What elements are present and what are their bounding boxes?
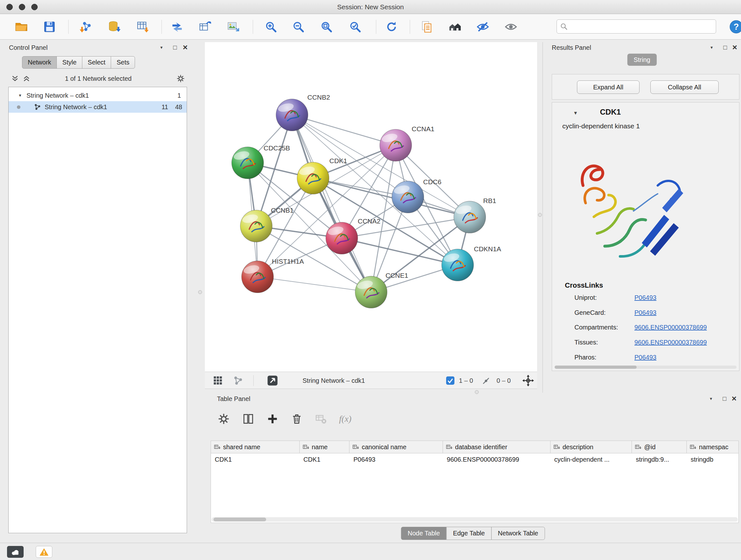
column-header[interactable]: description	[550, 441, 632, 453]
crosslink-genecard-link[interactable]: P06493	[634, 309, 657, 316]
first-neighbors-button[interactable]	[169, 18, 186, 36]
import-network-from-file-button[interactable]	[77, 18, 94, 36]
results-scrollbar[interactable]	[555, 366, 737, 369]
save-session-button[interactable]	[41, 18, 58, 36]
tab-style[interactable]: Style	[57, 56, 82, 69]
right-splitter-handle[interactable]	[538, 213, 542, 217]
panel-close-icon[interactable]: ×	[183, 44, 188, 51]
network-node-CCNA2[interactable]	[326, 222, 358, 254]
expand-all-icon[interactable]	[22, 74, 30, 83]
delete-column-button[interactable]	[289, 411, 305, 427]
crosslink-tissues-link[interactable]: 9606.ENSP00000378699	[634, 339, 707, 346]
zoom-selected-button[interactable]	[347, 18, 364, 36]
column-header[interactable]: database identifier	[443, 441, 550, 453]
network-node-CCNB2[interactable]	[276, 99, 308, 131]
column-header[interactable]: canonical name	[349, 441, 443, 453]
show-columns-button[interactable]	[241, 411, 256, 427]
hidden-counter: 0 – 0	[496, 372, 511, 389]
network-node-CCNB1[interactable]	[240, 210, 272, 242]
search-input[interactable]	[570, 23, 713, 30]
panel-close-icon[interactable]: ×	[732, 395, 737, 401]
add-column-button[interactable]	[265, 411, 280, 427]
network-node-HIST1H1A[interactable]	[242, 261, 273, 293]
warnings-button[interactable]	[36, 546, 52, 558]
crosslink-compartments-link[interactable]: 9606.ENSP00000378699	[634, 324, 707, 331]
table-settings-button[interactable]	[216, 411, 231, 427]
houses-button[interactable]	[446, 18, 463, 36]
hide-selected-button[interactable]	[474, 18, 491, 36]
search-box[interactable]	[556, 19, 716, 34]
table-horizontal-scrollbar[interactable]	[212, 517, 738, 522]
network-node-CCNA1[interactable]	[380, 129, 412, 161]
node-label-CCNB2: CCNB2	[307, 94, 330, 101]
gear-icon[interactable]	[176, 74, 185, 83]
crosslink-uniprot-link[interactable]: P06493	[634, 294, 657, 301]
table-row[interactable]: CDK1 CDK1 P06493 9606.ENSP00000378699 cy…	[211, 453, 738, 465]
panel-menu-icon[interactable]: ▼	[159, 45, 163, 50]
tab-node-table[interactable]: Node Table	[401, 527, 447, 540]
refresh-button[interactable]	[383, 18, 400, 36]
sort-column-icon	[214, 444, 220, 450]
tab-string[interactable]: String	[627, 54, 657, 66]
open-session-button[interactable]	[13, 18, 30, 36]
tab-edge-table[interactable]: Edge Table	[446, 527, 491, 540]
network-canvas[interactable]: CCNB2CCNA1CDC25BCDK1CDC6RB1CCNB1CCNA2CDK…	[205, 42, 537, 372]
hidden-eye-slash-icon	[481, 376, 491, 386]
network-edge	[292, 115, 396, 145]
network-node-CDC6[interactable]	[392, 181, 424, 213]
column-header[interactable]: namespac	[687, 441, 738, 453]
panel-float-icon[interactable]: □	[723, 395, 726, 402]
import-network-from-database-button[interactable]	[105, 18, 123, 36]
panel-float-icon[interactable]: □	[724, 44, 727, 51]
tab-network-table[interactable]: Network Table	[491, 527, 545, 540]
panel-menu-icon[interactable]: ▼	[710, 45, 714, 50]
network-node-CDKN1A[interactable]	[442, 249, 474, 281]
birdseye-toggle-icon[interactable]	[267, 375, 278, 386]
network-collection-row[interactable]: ▼ String Network – cdk1 1	[9, 90, 187, 101]
table-header-row: shared name name canonical name database…	[211, 441, 739, 453]
export-image-button[interactable]	[225, 18, 242, 36]
selected-checkbox-icon[interactable]	[446, 376, 455, 385]
import-table-button[interactable]	[134, 18, 151, 36]
crosslink-label: Compartments:	[575, 324, 618, 331]
panel-close-icon[interactable]: ×	[732, 44, 737, 51]
cloud-button[interactable]	[7, 546, 23, 558]
gene-collapse-icon[interactable]: ▼	[573, 110, 578, 116]
network-node-RB1[interactable]	[454, 201, 486, 233]
node-label-CCNA1: CCNA1	[412, 125, 434, 132]
network-node-CDC25B[interactable]	[232, 147, 264, 179]
help-button[interactable]: ?	[728, 18, 741, 36]
network-row-selected[interactable]: String Network – cdk1 11 48	[9, 101, 187, 113]
network-node-CDK1[interactable]	[297, 162, 329, 194]
duplicate-document-button[interactable]	[418, 18, 435, 36]
column-header[interactable]: name	[300, 441, 350, 453]
tree-expand-icon[interactable]: ▼	[18, 93, 22, 98]
new-network-from-selection-button[interactable]	[197, 18, 214, 36]
expand-all-button[interactable]: Expand All	[577, 80, 639, 94]
panel-menu-icon[interactable]: ▼	[709, 396, 713, 401]
zoom-out-button[interactable]	[290, 18, 307, 36]
move-crosshair-icon[interactable]	[522, 374, 534, 387]
crosslink-label: Pharos:	[575, 354, 596, 361]
tab-sets[interactable]: Sets	[111, 56, 135, 69]
column-header[interactable]: shared name	[211, 441, 300, 453]
zoom-fit-button[interactable]	[318, 18, 335, 36]
collapse-all-icon[interactable]	[11, 74, 19, 83]
grid-view-icon[interactable]	[212, 375, 223, 386]
toolbar-separator	[253, 375, 254, 386]
scrollbar-thumb[interactable]	[213, 517, 266, 521]
network-view-share-icon[interactable]	[233, 375, 244, 386]
zoom-in-button[interactable]	[262, 18, 280, 36]
collapse-all-button[interactable]: Collapse All	[650, 80, 719, 94]
table-panel: Table Panel ▼ □ × f(x) shared name name …	[205, 393, 741, 543]
network-svg[interactable]: CCNB2CCNA1CDC25BCDK1CDC6RB1CCNB1CCNA2CDK…	[205, 42, 537, 372]
left-splitter-handle[interactable]	[198, 290, 202, 294]
crosslink-pharos-link[interactable]: P06493	[634, 354, 657, 361]
network-node-CCNE1[interactable]	[355, 276, 387, 308]
show-all-button[interactable]	[502, 18, 520, 36]
panel-float-icon[interactable]: □	[173, 44, 177, 51]
tab-select[interactable]: Select	[82, 56, 111, 69]
toolbar-separator	[253, 20, 253, 34]
tab-network[interactable]: Network	[22, 56, 57, 69]
column-header[interactable]: @id	[632, 441, 687, 453]
